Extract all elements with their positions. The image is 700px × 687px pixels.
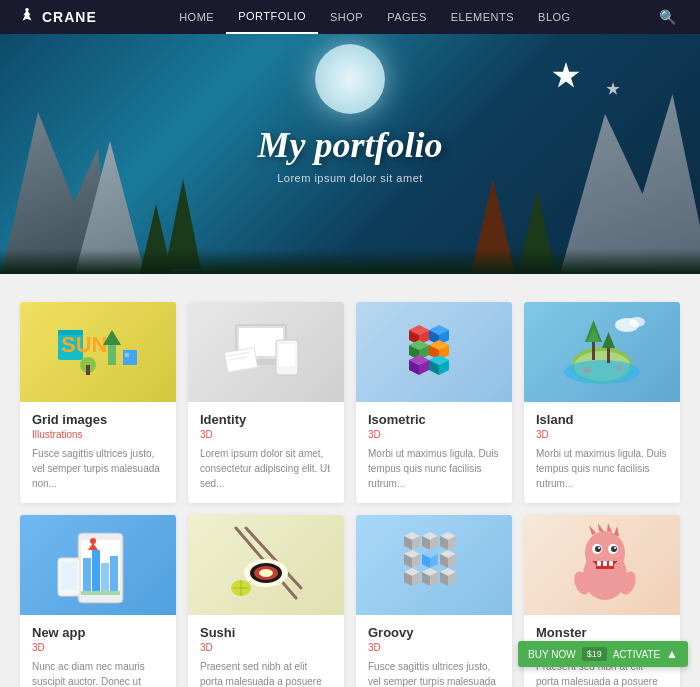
- mountain-right: [560, 74, 700, 274]
- hero-title: My portfolio: [258, 124, 443, 166]
- svg-point-56: [90, 538, 96, 544]
- search-icon[interactable]: 🔍: [653, 9, 682, 25]
- svg-rect-14: [279, 344, 295, 366]
- svg-rect-50: [83, 558, 91, 593]
- svg-rect-109: [603, 561, 607, 566]
- card-image-isometric: [356, 302, 512, 402]
- hero-star-large: [552, 62, 580, 90]
- card-body-sushi: Sushi 3D Praesent sed nibh at elit porta…: [188, 615, 344, 687]
- card-text-sushi: Praesent sed nibh at elit porta malesuad…: [200, 659, 332, 687]
- card-title-island: Island: [536, 412, 668, 427]
- svg-rect-108: [597, 561, 601, 566]
- svg-point-104: [611, 546, 617, 552]
- card-title-sushi: Sushi: [200, 625, 332, 640]
- svg-text:SUN: SUN: [61, 332, 107, 357]
- card-text-grid-images: Fusce sagittis ultrices justo, vel sempe…: [32, 446, 164, 491]
- card-image-groovy: [356, 515, 512, 615]
- card-text-groovy: Fusce sagittis ultrices justo, vel sempe…: [368, 659, 500, 687]
- card-category-isometric: 3D: [368, 429, 500, 440]
- sushi-illustration: [221, 523, 311, 608]
- card-body-new-app: New app 3D Nunc ac diam nec mauris susci…: [20, 615, 176, 687]
- svg-rect-54: [81, 591, 120, 595]
- svg-point-64: [259, 569, 273, 577]
- svg-point-0: [25, 8, 29, 12]
- svg-rect-4: [108, 345, 116, 365]
- nav-portfolio[interactable]: PORTFOLIO: [226, 0, 318, 34]
- card-image-sushi: [188, 515, 344, 615]
- card-body-identity: Identity 3D Lorem ipsum dolor sit amet, …: [188, 402, 344, 503]
- card-text-identity: Lorem ipsum dolor sit amet, consectetur …: [200, 446, 332, 491]
- card-grid-images[interactable]: SUN Grid images Illustrations Fusce sagi…: [20, 302, 176, 503]
- svg-point-106: [614, 547, 616, 549]
- svg-rect-42: [607, 348, 610, 363]
- card-category-sushi: 3D: [200, 642, 332, 653]
- card-title-isometric: Isometric: [368, 412, 500, 427]
- portfolio-grid: SUN Grid images Illustrations Fusce sagi…: [20, 302, 680, 687]
- svg-rect-7: [125, 353, 129, 357]
- card-identity[interactable]: Identity 3D Lorem ipsum dolor sit amet, …: [188, 302, 344, 503]
- svg-rect-9: [86, 365, 90, 375]
- svg-point-44: [582, 367, 592, 373]
- svg-point-38: [564, 360, 640, 384]
- groovy-illustration: [389, 523, 479, 608]
- card-title-monster: Monster: [536, 625, 668, 640]
- sun-illustration: SUN: [53, 310, 143, 395]
- card-body-island: Island 3D Morbi ut maximus ligula. Duis …: [524, 402, 680, 503]
- logo[interactable]: CRANE: [18, 8, 97, 26]
- nav-blog[interactable]: BLOG: [526, 0, 583, 34]
- svg-marker-43: [602, 332, 615, 348]
- svg-point-45: [615, 365, 623, 370]
- buy-now-badge[interactable]: BUY NOW $19 ACTIVATE ▲: [518, 641, 688, 667]
- buy-plan: ACTIVATE: [613, 649, 660, 660]
- newapp-illustration: [53, 523, 143, 608]
- island-illustration: [557, 310, 647, 395]
- card-image-identity: [188, 302, 344, 402]
- nav-elements[interactable]: ELEMENTS: [439, 0, 526, 34]
- chevron-up-icon: ▲: [666, 647, 678, 661]
- svg-rect-6: [123, 350, 137, 365]
- card-island[interactable]: Island 3D Morbi ut maximus ligula. Duis …: [524, 302, 680, 503]
- card-text-island: Morbi ut maximus ligula. Duis tempus qui…: [536, 446, 668, 491]
- hero-subtitle: Lorem ipsum dolor sit amet: [258, 172, 443, 184]
- card-groovy[interactable]: Groovy 3D Fusce sagittis ultrices justo,…: [356, 515, 512, 687]
- svg-marker-98: [598, 523, 604, 532]
- header: CRANE HOME PORTFOLIO SHOP PAGES ELEMENTS…: [0, 0, 700, 34]
- svg-rect-52: [101, 563, 109, 593]
- identity-illustration: [221, 310, 311, 395]
- card-body-groovy: Groovy 3D Fusce sagittis ultrices justo,…: [356, 615, 512, 687]
- hero-moon: [315, 44, 385, 114]
- card-title-identity: Identity: [200, 412, 332, 427]
- brand-name: CRANE: [42, 9, 97, 25]
- nav-shop[interactable]: SHOP: [318, 0, 375, 34]
- hero-ground: [0, 249, 700, 274]
- svg-rect-39: [592, 340, 595, 360]
- card-isometric[interactable]: Isometric 3D Morbi ut maximus ligula. Du…: [356, 302, 512, 503]
- card-title-new-app: New app: [32, 625, 164, 640]
- main-nav: HOME PORTFOLIO SHOP PAGES ELEMENTS BLOG: [167, 0, 583, 34]
- buy-price: $19: [582, 647, 607, 661]
- nav-pages[interactable]: PAGES: [375, 0, 439, 34]
- hero-star-small: [606, 82, 620, 96]
- nav-home[interactable]: HOME: [167, 0, 226, 34]
- monster-illustration: [557, 523, 647, 608]
- svg-rect-51: [92, 550, 100, 593]
- svg-marker-100: [614, 526, 619, 536]
- card-sushi[interactable]: Sushi 3D Praesent sed nibh at elit porta…: [188, 515, 344, 687]
- svg-point-103: [595, 546, 601, 552]
- svg-rect-58: [61, 562, 77, 590]
- card-text-new-app: Nunc ac diam nec mauris suscipit auctor.…: [32, 659, 164, 687]
- card-title-grid-images: Grid images: [32, 412, 164, 427]
- card-body-isometric: Isometric 3D Morbi ut maximus ligula. Du…: [356, 402, 512, 503]
- svg-point-47: [629, 317, 645, 327]
- svg-point-105: [598, 547, 600, 549]
- buy-now-label: BUY NOW: [528, 649, 576, 660]
- hero-section: My portfolio Lorem ipsum dolor sit amet: [0, 34, 700, 274]
- svg-marker-97: [589, 525, 596, 535]
- card-new-app[interactable]: New app 3D Nunc ac diam nec mauris susci…: [20, 515, 176, 687]
- card-category-grid-images: Illustrations: [32, 429, 164, 440]
- card-title-groovy: Groovy: [368, 625, 500, 640]
- card-text-isometric: Morbi ut maximus ligula. Duis tempus qui…: [368, 446, 500, 491]
- card-category-identity: 3D: [200, 429, 332, 440]
- svg-rect-110: [609, 561, 613, 566]
- card-body-grid-images: Grid images Illustrations Fusce sagittis…: [20, 402, 176, 503]
